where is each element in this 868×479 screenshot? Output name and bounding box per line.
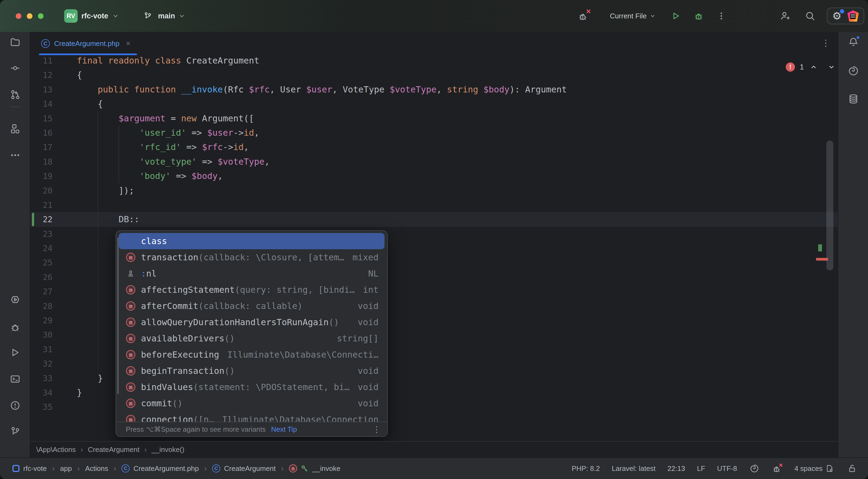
more-actions-kebab-icon[interactable]	[714, 9, 728, 23]
statusbar-path-app[interactable]: app	[60, 465, 72, 473]
jetbrains-ai-icon[interactable]	[847, 10, 859, 22]
editor-scrollbar[interactable]	[826, 141, 833, 270]
next-error-chevron-down-icon[interactable]	[827, 62, 836, 72]
code-line-14[interactable]: {	[77, 97, 816, 111]
run-configuration-selector[interactable]: Current File	[610, 12, 656, 20]
close-tab-icon[interactable]: ×	[126, 39, 130, 48]
line-number-20[interactable]: 20	[30, 183, 53, 198]
line-number-11[interactable]: 11	[30, 55, 53, 68]
prev-error-chevron-up-icon[interactable]	[809, 62, 818, 72]
run-button[interactable]	[669, 9, 683, 23]
commit-toolwindow-icon[interactable]	[9, 62, 21, 74]
settings-gear-icon[interactable]: ⚙	[832, 11, 841, 21]
tab-options-kebab-icon[interactable]: ⋮	[822, 38, 830, 48]
statusbar-path-Actions[interactable]: Actions	[85, 465, 108, 473]
no-problems-bug-icon[interactable]	[576, 9, 590, 23]
completion-item-afterCommit[interactable]: mafterCommit(callback: callable)void	[119, 298, 384, 314]
ai-assistant-toolwindow-icon[interactable]	[847, 65, 859, 77]
indent-widget[interactable]: 4 spaces	[795, 463, 835, 474]
laravel-version-widget[interactable]: Laravel: latest	[612, 465, 656, 473]
code-line-17[interactable]: 'rfc_id' => $rfc->id,	[77, 140, 816, 155]
debug-toolwindow-icon[interactable]	[9, 321, 21, 333]
line-number-21[interactable]: 21	[30, 198, 53, 212]
line-number-19[interactable]: 19	[30, 169, 53, 183]
ai-assistant-status-icon[interactable]	[749, 463, 760, 474]
completion-kebab-icon[interactable]: ⋮	[373, 425, 381, 434]
line-number-32[interactable]: 32	[30, 356, 53, 371]
line-number-23[interactable]: 23	[30, 227, 53, 241]
completion-item-transaction[interactable]: mtransaction(callback: \Closure, [attem……	[119, 249, 384, 266]
code-line-11[interactable]: final readonly class CreateArgument	[77, 55, 816, 68]
inspections-widget[interactable]: ! 1	[786, 62, 836, 72]
line-number-13[interactable]: 13	[30, 82, 53, 97]
statusbar-path-rfcvote[interactable]: rfc-vote	[12, 465, 47, 473]
completion-item-connection[interactable]: mconnection([n…Illuminate\Database\Conne…	[119, 411, 384, 422]
pull-requests-toolwindow-icon[interactable]	[9, 89, 21, 101]
breadcrumb-item[interactable]: CreateArgument	[88, 445, 140, 454]
vcs-branch-widget[interactable]: main	[141, 9, 185, 23]
line-number-29[interactable]: 29	[30, 313, 53, 328]
completion-item-class[interactable]: class	[119, 233, 384, 249]
line-separator-widget[interactable]: LF	[697, 465, 705, 473]
line-number-15[interactable]: 15	[30, 111, 53, 126]
line-number-24[interactable]: 24	[30, 241, 53, 255]
run-toolwindow-icon[interactable]	[9, 347, 21, 358]
line-number-33[interactable]: 33	[30, 371, 53, 385]
fullscreen-window-button[interactable]	[38, 13, 43, 19]
code-line-12[interactable]: {	[77, 68, 816, 82]
encoding-widget[interactable]: UTF-8	[717, 465, 737, 473]
problems-toolwindow-icon[interactable]	[9, 400, 21, 411]
highlighting-bug-icon[interactable]	[772, 463, 782, 474]
code-line-21[interactable]	[77, 198, 816, 212]
line-number-12[interactable]: 12	[30, 68, 53, 82]
structure-toolwindow-icon[interactable]	[9, 123, 21, 135]
line-number-26[interactable]: 26	[30, 270, 53, 284]
minimize-window-button[interactable]	[27, 13, 32, 19]
completion-item-nl[interactable]: :nlNL	[119, 266, 384, 282]
breadcrumb-item[interactable]: __invoke()	[152, 445, 184, 454]
completion-item-beginTransaction[interactable]: mbeginTransaction()void	[119, 363, 384, 379]
readonly-unlocked-icon[interactable]	[847, 463, 858, 474]
more-toolwindows-icon[interactable]	[9, 149, 21, 161]
close-window-button[interactable]	[16, 13, 21, 19]
tab-createargument-php[interactable]: C CreateArgument.php ×	[39, 32, 137, 55]
statusbar-path-CreateArgument[interactable]: CCreateArgument	[212, 465, 276, 473]
code-line-13[interactable]: public function __invoke(Rfc $rfc, User …	[77, 82, 816, 97]
completion-item-bindValues[interactable]: mbindValues(statement: \PDOStatement, bi…	[119, 379, 384, 395]
line-number-16[interactable]: 16	[30, 126, 53, 140]
code-line-18[interactable]: 'vote_type' => $voteType,	[77, 155, 816, 169]
code-line-19[interactable]: 'body' => $body,	[77, 169, 816, 183]
line-number-14[interactable]: 14	[30, 97, 53, 111]
statusbar-path-invoke[interactable]: m__invoke	[289, 463, 340, 474]
notifications-bell-icon[interactable]	[847, 36, 859, 48]
project-toolwindow-icon[interactable]	[9, 36, 21, 48]
search-everywhere-icon[interactable]	[803, 9, 817, 23]
code-line-20[interactable]: ]);	[77, 183, 816, 198]
line-number-35[interactable]: 35	[30, 400, 53, 414]
completion-item-beforeExecuting[interactable]: mbeforeExecutingIlluminate\Database\Conn…	[119, 347, 384, 363]
version-control-toolwindow-icon[interactable]	[9, 425, 21, 437]
next-tip-link[interactable]: Next Tip	[271, 425, 297, 434]
line-number-30[interactable]: 30	[30, 328, 53, 342]
services-toolwindow-icon[interactable]	[9, 294, 21, 306]
php-version-widget[interactable]: PHP: 8.2	[572, 465, 600, 473]
database-toolwindow-icon[interactable]	[847, 93, 859, 105]
completion-item-availableDrivers[interactable]: mavailableDrivers()string[]	[119, 330, 384, 347]
completion-item-affectingStatement[interactable]: maffectingStatement(query: string, [bind…	[119, 282, 384, 298]
completion-item-commit[interactable]: mcommit()void	[119, 395, 384, 411]
line-number-25[interactable]: 25	[30, 255, 53, 270]
caret-position-widget[interactable]: 22:13	[668, 465, 685, 473]
line-number-31[interactable]: 31	[30, 342, 53, 356]
line-number-34[interactable]: 34	[30, 385, 53, 400]
line-number-17[interactable]: 17	[30, 140, 53, 155]
line-number-18[interactable]: 18	[30, 155, 53, 169]
code-line-22[interactable]: DB::	[77, 212, 816, 227]
code-line-16[interactable]: 'user_id' => $user->id,	[77, 126, 816, 140]
code-with-me-icon[interactable]	[778, 9, 792, 23]
breadcrumb-item[interactable]: \App\Actions	[36, 445, 76, 454]
code-editor[interactable]: 1112131415161718192021222324252627282930…	[30, 55, 838, 441]
debug-button[interactable]	[691, 9, 706, 23]
completion-item-allowQueryDurationHandlersToRunAgain[interactable]: mallowQueryDurationHandlersToRunAgain()v…	[119, 314, 384, 330]
line-number-27[interactable]: 27	[30, 284, 53, 299]
project-widget[interactable]: RV rfc-vote	[64, 9, 119, 23]
